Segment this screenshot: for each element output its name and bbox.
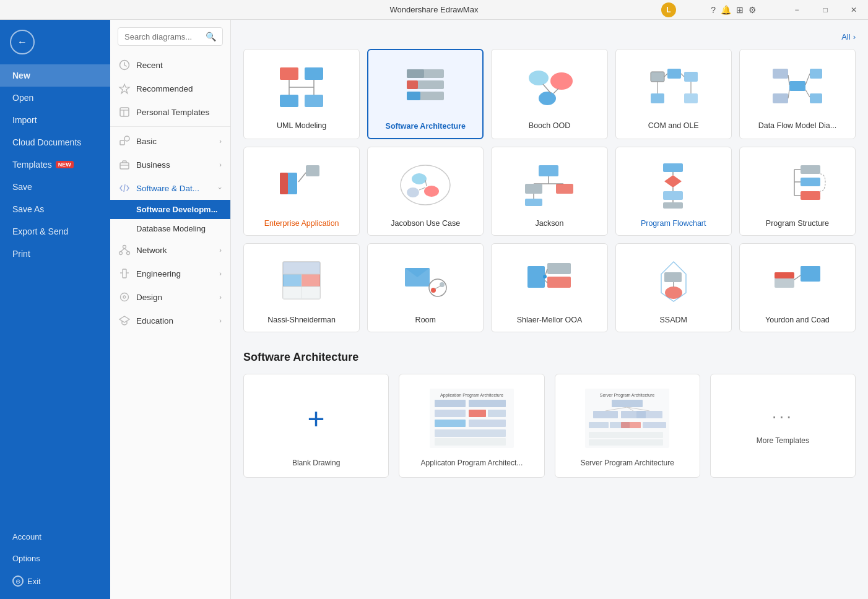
svg-text:Server Program Architecture: Server Program Architecture xyxy=(600,393,654,398)
diagram-card-jackson[interactable]: Jackson xyxy=(491,147,607,236)
svg-rect-125 xyxy=(435,429,506,437)
nav-item-account[interactable]: Account xyxy=(0,526,110,548)
sidebar2-item-recommended[interactable]: Recommended xyxy=(110,77,230,100)
nav-item-save[interactable]: Save xyxy=(0,176,110,198)
ssadm-icon xyxy=(646,257,701,306)
card-label-program-struct: Program Structure xyxy=(766,219,829,228)
more-dots-icon: ··· xyxy=(772,407,794,426)
svg-rect-93 xyxy=(283,287,320,299)
all-link[interactable]: All › xyxy=(243,32,856,41)
svg-rect-23 xyxy=(280,95,298,107)
titlebar-toolbar: L ? 🔔 ⊞ ⚙ xyxy=(711,0,763,19)
template-card-server-prog[interactable]: Server Program Architecture xyxy=(555,374,700,478)
template-card-blank[interactable]: + Blank Drawing xyxy=(243,374,389,478)
sidebar2-item-recent[interactable]: Recent xyxy=(110,53,230,77)
svg-line-45 xyxy=(664,74,667,77)
diagram-card-enterprise[interactable]: Enterprise Application xyxy=(243,147,360,236)
diagram-card-dataflow[interactable]: Data Flow Model Dia... xyxy=(739,49,856,139)
diagram-card-room[interactable]: Room xyxy=(367,243,484,332)
svg-rect-126 xyxy=(435,438,506,446)
code-icon xyxy=(119,183,130,194)
sidebar2-item-design[interactable]: Design › xyxy=(110,285,230,309)
apps-icon[interactable]: ⊞ xyxy=(736,5,744,15)
nav-item-import[interactable]: Import xyxy=(0,109,110,131)
diagram-card-program-struct[interactable]: Program Structure xyxy=(739,147,856,236)
sidebar2-item-education[interactable]: Education › xyxy=(110,309,230,332)
back-button[interactable]: ← xyxy=(10,30,35,54)
restore-button[interactable]: □ xyxy=(811,0,840,20)
sidebar2-item-engineering[interactable]: Engineering › xyxy=(110,262,230,285)
nav-item-print[interactable]: Print xyxy=(0,243,110,265)
svg-rect-120 xyxy=(435,410,466,417)
nav-item-options[interactable]: Options xyxy=(0,548,110,569)
sidebar2-item-business[interactable]: Business › xyxy=(110,153,230,176)
svg-rect-33 xyxy=(407,92,420,100)
svg-rect-121 xyxy=(469,410,486,417)
card-label-software-arch: Software Architecture xyxy=(386,122,466,131)
jackson-icon xyxy=(521,160,577,210)
diagram-card-booch[interactable]: Booch OOD xyxy=(491,49,607,139)
svg-rect-102 xyxy=(547,263,571,274)
main-content: All › UML Modeling xyxy=(231,20,868,599)
sidebar2-sub-software-dev[interactable]: Software Developm... xyxy=(110,200,230,219)
chevron-icon: › xyxy=(219,317,222,324)
svg-point-63 xyxy=(412,173,427,184)
sidebar2-item-software[interactable]: Software & Dat... › xyxy=(110,176,230,200)
diagram-card-jacobson[interactable]: Jacobson Use Case xyxy=(367,147,484,236)
diagram-card-software-arch[interactable]: Software Architecture xyxy=(367,49,484,139)
diagram-card-ssadm[interactable]: SSADM xyxy=(615,243,732,332)
template-card-more[interactable]: ··· More Templates xyxy=(710,374,856,478)
diagram-card-program-flow[interactable]: Program Flowchart xyxy=(615,147,732,236)
nav-item-save-as[interactable]: Save As xyxy=(0,198,110,220)
user-avatar[interactable]: L xyxy=(661,2,676,17)
notification-icon[interactable]: 🔔 xyxy=(721,5,731,15)
diagram-card-nassi[interactable]: Nassi-Shneiderman xyxy=(243,243,360,332)
settings-icon[interactable]: ⚙ xyxy=(749,5,757,15)
program-struct-icon xyxy=(770,160,825,210)
section-title: Software Architecture xyxy=(243,351,856,364)
svg-point-64 xyxy=(424,186,439,197)
nav-item-exit[interactable]: ⊝ Exit xyxy=(0,569,110,593)
chevron-icon: › xyxy=(219,270,222,277)
svg-rect-89 xyxy=(283,274,302,287)
sidebar2-item-personal[interactable]: Personal Templates xyxy=(110,100,230,124)
sidebar2-item-basic[interactable]: Basic › xyxy=(110,129,230,153)
diagram-card-uml[interactable]: UML Modeling xyxy=(243,49,360,139)
clock-icon xyxy=(119,59,130,71)
svg-rect-49 xyxy=(773,69,788,79)
diagram-card-shlaer[interactable]: Shlaer-Mellor OOA xyxy=(491,243,607,332)
sidebar2-item-network[interactable]: Network › xyxy=(110,238,230,262)
nav-item-cloud[interactable]: Cloud Documents xyxy=(0,131,110,153)
svg-rect-53 xyxy=(789,81,805,91)
nav-item-templates[interactable]: Templates NEW xyxy=(0,153,110,176)
svg-rect-74 xyxy=(525,199,542,206)
nav-item-export[interactable]: Export & Send xyxy=(0,220,110,243)
svg-line-14 xyxy=(124,249,128,252)
svg-rect-43 xyxy=(651,93,664,103)
svg-point-35 xyxy=(550,72,573,90)
sidebar2-sub-db-modeling[interactable]: Database Modeling xyxy=(110,219,230,238)
search-input[interactable] xyxy=(124,32,202,41)
program-flow-icon xyxy=(646,160,701,210)
help-icon[interactable]: ? xyxy=(711,5,716,15)
template-card-app-prog[interactable]: Application Program Architecture Applica… xyxy=(399,374,544,478)
svg-marker-20 xyxy=(119,316,129,322)
svg-line-55 xyxy=(805,74,810,85)
diagram-card-com[interactable]: COM and OLE xyxy=(615,49,732,139)
close-button[interactable]: ✕ xyxy=(840,0,868,20)
minimize-button[interactable]: − xyxy=(783,0,811,20)
svg-rect-132 xyxy=(636,411,662,418)
search-container[interactable]: 🔍 xyxy=(118,27,223,46)
titlebar: Wondershare EdrawMax L ? 🔔 ⊞ ⚙ − □ ✕ xyxy=(0,0,868,20)
svg-rect-52 xyxy=(810,93,822,103)
svg-line-13 xyxy=(121,249,124,252)
diagram-card-yourdon[interactable]: Yourdon and Coad xyxy=(739,243,856,332)
card-label-dataflow: Data Flow Model Dia... xyxy=(758,121,836,130)
svg-point-106 xyxy=(543,275,547,278)
svg-rect-119 xyxy=(469,400,506,407)
nav-item-new[interactable]: New xyxy=(0,64,110,87)
jacobson-icon xyxy=(397,160,453,210)
svg-rect-15 xyxy=(123,269,126,278)
nav-item-open[interactable]: Open xyxy=(0,87,110,109)
svg-line-46 xyxy=(681,74,684,77)
